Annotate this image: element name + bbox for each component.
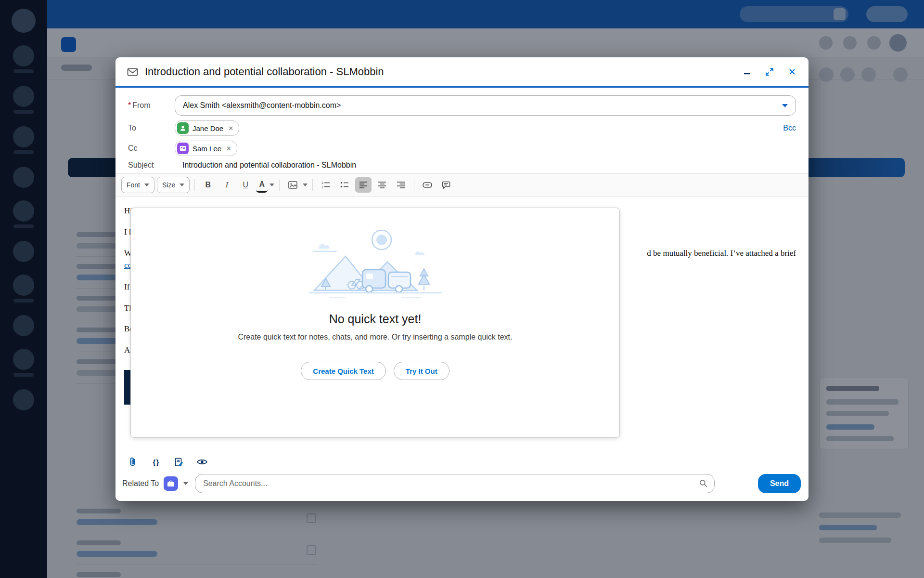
insert-image-button[interactable] (284, 177, 301, 193)
chevron-down-icon (180, 184, 184, 186)
subject-field[interactable]: Introduction and potential collaboration… (175, 161, 356, 170)
chevron-down-icon[interactable] (782, 104, 788, 107)
from-row: *From Alex Smith <alexsmith@content-mobb… (128, 95, 796, 116)
minimize-button[interactable] (742, 67, 752, 77)
required-asterisk: * (128, 101, 131, 109)
screen: Introduction and potential collaboration… (0, 0, 924, 578)
to-label: To (128, 124, 175, 132)
merge-field-button[interactable]: { } (147, 454, 165, 470)
numbered-list-icon: 12 (321, 181, 330, 189)
quick-text-icon (442, 181, 450, 189)
compose-fields: *From Alex Smith <alexsmith@content-mobb… (116, 88, 808, 173)
align-right-icon (397, 181, 405, 189)
bullet-list-icon (340, 181, 349, 189)
insert-image-icon (288, 181, 297, 189)
related-to-row: Related To (116, 473, 808, 501)
bold-button[interactable]: B (200, 177, 216, 193)
contact-purple-icon (177, 143, 189, 154)
window-controls (742, 66, 797, 77)
compose-title-bar: Introduction and potential collaboration… (116, 57, 808, 86)
related-search-input[interactable] (195, 474, 715, 493)
camping-illustration (301, 223, 450, 305)
to-row: To Jane Doe ✕ Bcc (128, 120, 796, 136)
subject-label: Subject (128, 161, 175, 170)
insert-image-control[interactable] (284, 177, 308, 193)
subject-row: Subject Introduction and potential colla… (128, 161, 796, 170)
size-select-label: Size (162, 181, 175, 189)
account-icon (167, 480, 175, 487)
attach-file-button[interactable] (124, 454, 141, 470)
quick-text-button[interactable] (438, 177, 454, 193)
align-left-button[interactable] (355, 177, 372, 193)
minimize-icon (743, 68, 751, 76)
remove-recipient-icon[interactable]: ✕ (226, 145, 231, 152)
compose-window-title: Introduction and potential collaboration… (145, 66, 384, 78)
svg-text:2: 2 (321, 185, 323, 189)
chevron-down-icon (183, 482, 188, 485)
underline-button[interactable]: U (237, 177, 254, 193)
cc-label: Cc (128, 144, 175, 153)
align-left-icon (359, 181, 368, 189)
email-body-editor[interactable]: Hi I hope We d be mutually beneficial. I… (116, 197, 808, 451)
insert-link-button[interactable] (419, 177, 436, 193)
bullet-list-button[interactable] (336, 177, 353, 193)
related-object-caret[interactable] (181, 480, 190, 487)
chevron-down-icon[interactable] (270, 184, 274, 186)
expand-button[interactable] (764, 66, 775, 77)
cc-row: Cc Sam Lee ✕ (128, 141, 796, 156)
envelope-icon (127, 67, 138, 77)
font-select[interactable]: Font (121, 177, 154, 193)
search-icon (699, 479, 707, 487)
preview-eye-icon (197, 459, 207, 465)
from-value: Alex Smith <alexsmith@content-mobbin.com… (183, 101, 341, 110)
rich-text-toolbar: Font Size B I U A (116, 173, 808, 197)
text-color-control[interactable]: A (256, 177, 274, 193)
numbered-list-button[interactable]: 12 (318, 177, 334, 193)
try-it-out-button[interactable]: Try It Out (394, 362, 449, 380)
expand-icon (765, 67, 774, 76)
recipient-pill-jane-doe[interactable]: Jane Doe ✕ (175, 120, 239, 136)
quick-text-actions: Create Quick Text Try It Out (301, 362, 449, 380)
toolbar-divider (414, 179, 414, 191)
recipient-pill-sam-lee[interactable]: Sam Lee ✕ (175, 141, 237, 156)
toolbar-divider (194, 179, 195, 191)
font-select-label: Font (127, 181, 140, 189)
create-quick-text-button[interactable]: Create Quick Text (301, 362, 385, 380)
italic-button[interactable]: I (218, 177, 235, 193)
template-icon (175, 458, 184, 467)
preview-button[interactable] (193, 454, 211, 470)
remove-recipient-icon[interactable]: ✕ (228, 125, 233, 132)
chevron-down-icon (144, 184, 149, 186)
from-combobox[interactable]: Alex Smith <alexsmith@content-mobbin.com… (175, 95, 796, 116)
close-button[interactable] (787, 67, 797, 77)
chevron-down-icon[interactable] (303, 184, 308, 186)
from-label: *From (128, 101, 175, 110)
svg-text:1: 1 (321, 181, 323, 184)
text-color-button[interactable]: A (256, 177, 268, 193)
quick-text-empty-title: No quick text yet! (329, 312, 422, 326)
insert-template-button[interactable] (170, 454, 188, 470)
related-search (195, 474, 715, 493)
bcc-link[interactable]: Bcc (783, 124, 796, 132)
toolbar-divider (312, 179, 313, 191)
recipient-name: Jane Doe (192, 124, 223, 132)
align-center-icon (378, 181, 386, 189)
recipient-name: Sam Lee (192, 144, 221, 153)
compose-footer-tools: { } (116, 451, 808, 473)
merge-field-icon: { } (153, 458, 159, 466)
email-compose-modal: Introduction and potential collaboration… (116, 57, 808, 501)
related-object-selector[interactable] (164, 476, 178, 491)
toolbar-divider (279, 179, 280, 191)
body-text-fragment-right: d be mutually beneficial. I’ve attached … (647, 249, 796, 258)
quick-text-popup: No quick text yet! Create quick text for… (130, 208, 620, 438)
link-icon (423, 182, 432, 188)
send-button[interactable]: Send (758, 474, 801, 493)
quick-text-empty-description: Create quick text for notes, chats, and … (238, 333, 512, 342)
paperclip-icon (128, 457, 138, 467)
align-right-button[interactable] (393, 177, 409, 193)
align-center-button[interactable] (374, 177, 390, 193)
close-icon (788, 68, 796, 76)
size-select[interactable]: Size (157, 177, 190, 193)
contact-green-icon (177, 122, 189, 134)
related-to-label: Related To (122, 479, 164, 488)
